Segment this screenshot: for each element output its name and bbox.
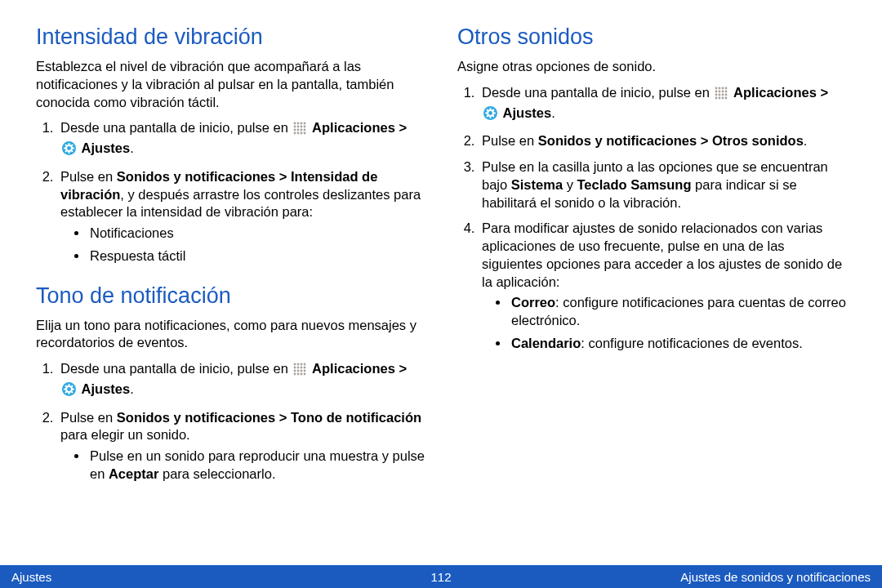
svg-rect-73: [490, 108, 492, 109]
settings-gear-icon: [62, 382, 76, 401]
bold-path: Sonidos y notificaciones > Tono de notif…: [117, 410, 421, 425]
svg-point-60: [722, 90, 724, 92]
svg-rect-48: [64, 388, 65, 390]
svg-point-4: [294, 126, 296, 128]
punct: .: [130, 381, 134, 396]
sub-bullets: Pulse en un sonido para reproducir una m…: [60, 448, 425, 483]
right-column: Otros sonidos Asigne otras opciones de s…: [457, 23, 846, 562]
svg-point-40: [297, 373, 300, 376]
apps-label: Aplicaciones >: [733, 85, 828, 100]
steps-tone: Desde una pantalla de inicio, pulse en A…: [36, 360, 425, 483]
sub-bullets: Correo: configure notificaciones para cu…: [482, 294, 846, 352]
punct: .: [551, 105, 555, 120]
svg-point-59: [719, 90, 721, 92]
footer-page-number: 112: [430, 570, 451, 584]
svg-point-11: [304, 129, 306, 131]
step-item: Pulse en Sonidos y notificaciones > Otro…: [479, 132, 846, 150]
svg-point-45: [67, 387, 71, 391]
settings-label: Ajustes: [82, 140, 131, 155]
bold-system: Sistema: [511, 177, 563, 192]
svg-point-66: [715, 96, 718, 99]
svg-point-65: [725, 93, 728, 96]
svg-point-32: [297, 367, 300, 369]
apps-label: Aplicaciones >: [312, 361, 407, 376]
svg-point-0: [294, 122, 296, 125]
svg-point-10: [301, 129, 303, 131]
step-item: Desde una pantalla de inicio, pulse en A…: [479, 84, 846, 125]
svg-rect-76: [494, 112, 496, 114]
svg-rect-19: [69, 143, 70, 145]
step-item: Pulse en Sonidos y notificaciones > Tono…: [57, 409, 425, 483]
sub-bullets: Notificaciones Respuesta táctil: [60, 225, 425, 265]
svg-rect-21: [64, 148, 65, 149]
heading-notification-tone: Tono de notificación: [36, 283, 425, 309]
svg-point-62: [715, 93, 718, 96]
step-text: .: [804, 133, 808, 148]
intro-other: Asigne otras opciones de sonido.: [457, 58, 846, 76]
svg-point-31: [294, 367, 296, 369]
bullet-item: Calendario: configure notificaciones de …: [510, 335, 846, 353]
svg-rect-74: [490, 116, 492, 118]
step-item: Pulse en Sonidos y notificaciones > Inte…: [57, 168, 425, 265]
svg-point-5: [297, 126, 300, 128]
step-text: Pulse en: [482, 133, 538, 148]
svg-point-68: [722, 96, 724, 99]
svg-point-67: [719, 96, 721, 99]
step-item: Pulse en la casilla junto a las opciones…: [479, 158, 846, 212]
apps-grid-icon: [293, 363, 306, 381]
bold-calendario: Calendario: [511, 336, 581, 350]
svg-point-3: [304, 122, 306, 125]
svg-point-57: [725, 87, 728, 89]
svg-point-29: [301, 363, 303, 366]
heading-vibration-intensity: Intensidad de vibración: [36, 24, 425, 50]
step-text: para elegir un sonido.: [60, 427, 190, 442]
svg-point-54: [715, 87, 718, 89]
svg-point-8: [294, 129, 296, 131]
svg-point-13: [297, 132, 300, 135]
apps-grid-icon: [715, 87, 728, 105]
bold-keyboard: Teclado Samsung: [577, 177, 692, 192]
footer-left: Ajustes: [0, 570, 430, 584]
svg-point-27: [294, 363, 296, 366]
bullet-text: : configure notificaciones para cuentas …: [511, 295, 846, 327]
bullet-item: Respuesta táctil: [88, 247, 425, 265]
svg-point-61: [725, 90, 728, 92]
settings-label: Ajustes: [503, 105, 552, 120]
svg-point-18: [67, 146, 71, 150]
svg-point-42: [304, 373, 306, 376]
svg-point-39: [294, 373, 296, 376]
step-item: Desde una pantalla de inicio, pulse en A…: [57, 119, 425, 160]
svg-point-69: [725, 96, 728, 99]
document-page: Intensidad de vibración Establezca el ni…: [0, 0, 882, 588]
svg-point-56: [722, 87, 724, 89]
bold-path: Sonidos y notificaciones > Otros sonidos: [538, 133, 804, 148]
step-item: Para modificar ajustes de sonido relacio…: [479, 220, 846, 352]
svg-point-63: [719, 93, 721, 96]
settings-gear-icon: [483, 106, 497, 125]
step-text: Desde una pantalla de inicio, pulse en: [482, 85, 713, 100]
left-column: Intensidad de vibración Establezca el ni…: [36, 23, 425, 562]
svg-point-37: [301, 370, 303, 372]
step-text: y: [563, 177, 577, 192]
step-item: Desde una pantalla de inicio, pulse en A…: [57, 360, 425, 401]
svg-point-55: [719, 87, 721, 89]
svg-point-72: [488, 111, 492, 115]
svg-point-28: [297, 363, 300, 366]
svg-rect-22: [73, 148, 74, 149]
svg-rect-46: [69, 384, 70, 385]
step-text: Desde una pantalla de inicio, pulse en: [60, 120, 292, 135]
step-text: Pulse en: [60, 169, 117, 184]
svg-rect-20: [69, 152, 70, 154]
svg-point-1: [297, 122, 300, 125]
heading-other-sounds: Otros sonidos: [457, 24, 846, 50]
svg-rect-47: [69, 393, 70, 394]
svg-rect-75: [485, 112, 487, 114]
intro-vibration: Establezca el nivel de vibración que aco…: [36, 58, 425, 111]
footer-right: Ajustes de sonidos y notificaciones: [452, 570, 882, 584]
svg-point-35: [294, 370, 296, 372]
bullet-item: Notificaciones: [88, 225, 425, 243]
page-footer: Ajustes 112 Ajustes de sonidos y notific…: [0, 565, 882, 588]
svg-point-12: [294, 132, 296, 135]
svg-point-9: [297, 129, 300, 131]
svg-point-15: [304, 132, 306, 135]
